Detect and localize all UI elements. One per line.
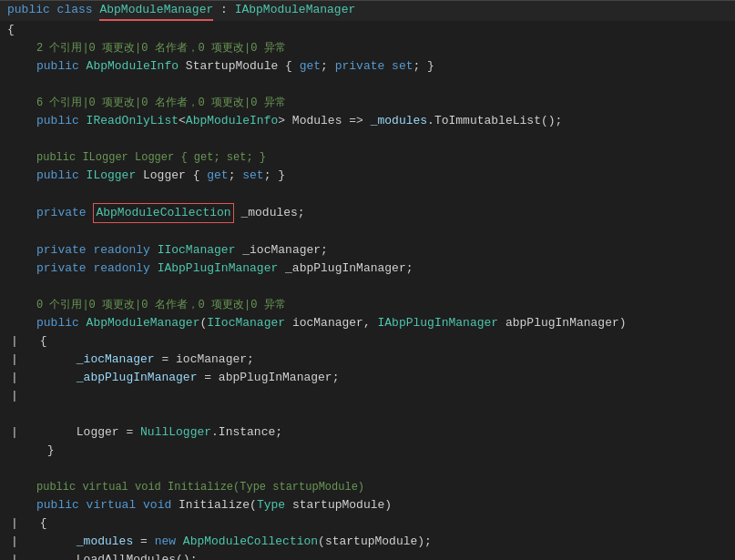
property-modules: public IReadOnlyList < AbpModuleInfo > M… <box>0 112 735 130</box>
keyword-class: class <box>57 1 100 19</box>
type-abpmodulecollection-box: AbpModuleCollection <box>93 203 233 223</box>
keyword-public: public <box>7 1 57 19</box>
blank-line-4 <box>0 223 735 241</box>
ctor-body-line-3: | Logger = NullLogger .Instance; <box>0 423 735 442</box>
constructor-signature: public AbpModuleManager ( IIocManager io… <box>0 314 735 332</box>
ctor-body-line-1: | _iocManager = iocManager; <box>0 351 735 369</box>
ctor-body-blank: | <box>0 387 735 423</box>
blank-line-6 <box>0 460 735 478</box>
class-header-line: public class AbpModuleManager : IAbpModu… <box>0 0 735 21</box>
blank-line-5 <box>0 278 735 296</box>
method-initialize-signature: public virtual void Initialize( Type sta… <box>0 496 735 514</box>
blank-line-2 <box>0 130 735 148</box>
blank-line-1 <box>0 76 735 94</box>
interface-name: IAbpModuleManager <box>235 1 356 19</box>
field-iocmanager: private readonly IIocManager _iocManager… <box>0 241 735 260</box>
meta-comment-1: 2 个引用|0 项更改|0 名作者，0 项更改|0 异常 <box>0 39 735 57</box>
code-editor: public class AbpModuleManager : IAbpModu… <box>0 0 735 560</box>
class-name: AbpModuleManager <box>99 1 213 21</box>
method-open-brace: |{ <box>0 514 735 533</box>
method-body-line-1: | _modules = new AbpModuleCollection (st… <box>0 533 735 551</box>
field-pluginmanager: private readonly IAbpPlugInManager _abpP… <box>0 260 735 278</box>
meta-comment-2: 6 个引用|0 项更改|0 名作者，0 项更改|0 异常 <box>0 94 735 112</box>
ctor-body-line-2: | _abpPlugInManager = abpPlugInManager; <box>0 369 735 387</box>
meta-comment-5: public virtual void Initialize(Type star… <box>0 478 735 496</box>
property-startup-module: public AbpModuleInfo StartupModule { get… <box>0 57 735 76</box>
ctor-close-brace: } <box>0 442 735 460</box>
punctuation-colon: : <box>213 1 234 19</box>
field-modules-highlighted: private AbpModuleCollection _modules; <box>0 203 735 223</box>
blank-line-3 <box>0 185 735 203</box>
method-body-line-2: | LoadAllModules(); <box>0 551 735 560</box>
meta-comment-3: public ILogger Logger { get; set; } <box>0 148 735 167</box>
property-logger: public ILogger Logger { get ; set ; } <box>0 167 735 185</box>
meta-comment-4: 0 个引用|0 项更改|0 名作者，0 项更改|0 异常 <box>0 296 735 314</box>
ctor-open-brace: |{ <box>0 332 735 351</box>
open-brace-class: { <box>0 21 735 39</box>
